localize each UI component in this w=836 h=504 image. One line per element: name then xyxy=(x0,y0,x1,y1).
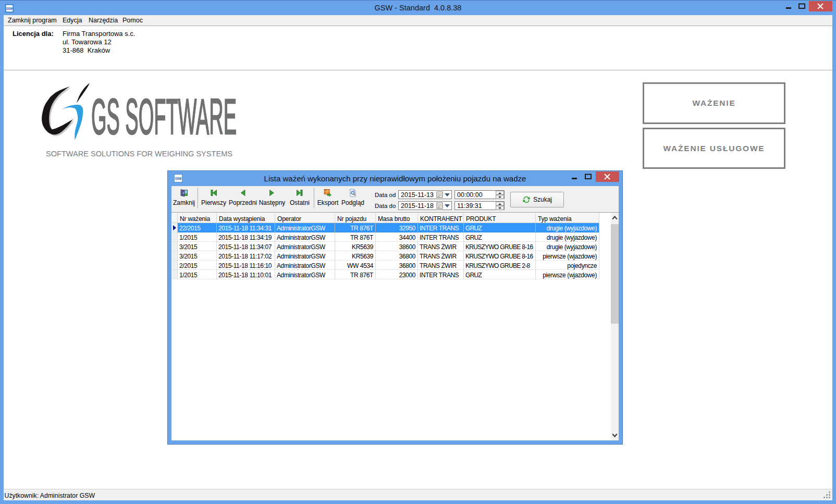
svg-text:GS SOFTWARE: GS SOFTWARE xyxy=(91,89,237,144)
svg-text:SOFTWARE SOLUTIONS FOR WEIGHIN: SOFTWARE SOLUTIONS FOR WEIGHING SYSTEMS xyxy=(46,149,232,158)
svg-text:GSW: GSW xyxy=(6,6,13,11)
svg-text:GSW: GSW xyxy=(175,177,182,180)
